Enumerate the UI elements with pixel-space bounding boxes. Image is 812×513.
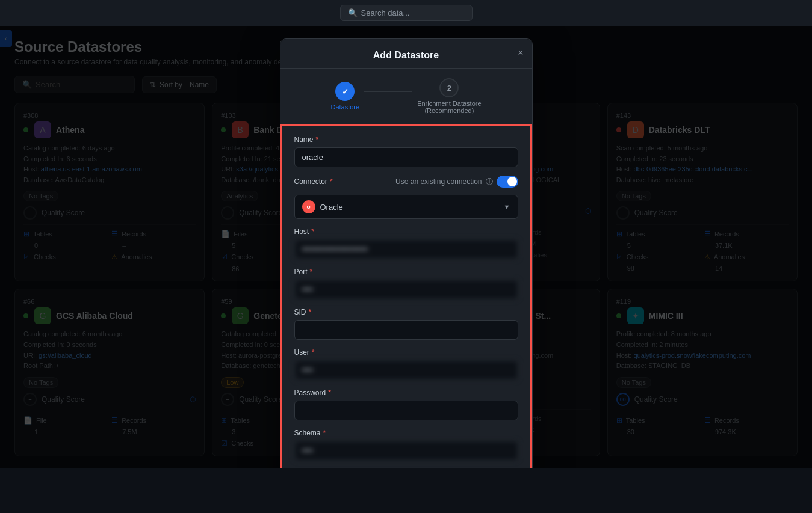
schema-input[interactable] bbox=[294, 441, 518, 461]
use-existing-label: Use an existing connection bbox=[395, 177, 482, 186]
oracle-icon: O bbox=[302, 200, 315, 213]
name-field-row: Name * bbox=[294, 135, 518, 167]
connector-row: Connector * Use an existing connection ⓘ bbox=[294, 176, 518, 188]
required-star: * bbox=[328, 389, 331, 397]
step-line bbox=[364, 91, 412, 92]
stepper: ✓ Datastore 2 Enrichment Datastore(Recom… bbox=[280, 69, 532, 124]
sid-label: SID * bbox=[294, 308, 518, 316]
name-label: Name * bbox=[294, 135, 518, 144]
required-star: * bbox=[309, 308, 312, 316]
required-star: * bbox=[312, 348, 315, 357]
required-star: * bbox=[316, 135, 319, 144]
password-input[interactable] bbox=[294, 401, 518, 420]
schema-field-row: Schema * bbox=[294, 429, 518, 461]
required-star: * bbox=[330, 177, 333, 186]
name-input[interactable] bbox=[294, 147, 518, 167]
host-field-row: Host * bbox=[294, 227, 518, 259]
port-label: Port * bbox=[294, 268, 518, 276]
password-label: Password * bbox=[294, 389, 518, 397]
port-field-row: Port * bbox=[294, 268, 518, 300]
top-search-bar[interactable]: 🔍 Search data... bbox=[340, 5, 473, 21]
sid-field-row: SID * bbox=[294, 308, 518, 340]
required-star: * bbox=[323, 429, 326, 437]
step-1-circle: ✓ bbox=[335, 82, 355, 101]
user-input[interactable] bbox=[294, 360, 518, 380]
modal-overlay: Add Datastore × ✓ Datastore 2 Enrichment… bbox=[0, 26, 812, 468]
top-search-placeholder: Search data... bbox=[361, 8, 410, 17]
step-2-label: Enrichment Datastore(Recommended) bbox=[417, 100, 481, 114]
selected-connector-label: Oracle bbox=[320, 203, 343, 212]
connector-select[interactable]: O Oracle ▼ bbox=[294, 195, 518, 219]
step-enrichment[interactable]: 2 Enrichment Datastore(Recommended) bbox=[417, 78, 481, 114]
modal-header: Add Datastore × bbox=[280, 39, 532, 69]
step-1-label: Datastore bbox=[330, 103, 359, 111]
sid-input[interactable] bbox=[294, 320, 518, 340]
user-field-row: User * bbox=[294, 348, 518, 380]
schema-label: Schema * bbox=[294, 429, 518, 437]
use-existing-toggle[interactable] bbox=[497, 176, 518, 188]
required-star: * bbox=[310, 268, 313, 276]
search-icon: 🔍 bbox=[348, 8, 358, 17]
modal-title: Add Datastore bbox=[373, 50, 439, 60]
content-area: Source Datastores Connect to a source da… bbox=[0, 26, 812, 468]
connector-label: Connector * bbox=[294, 177, 333, 186]
required-star: * bbox=[311, 227, 314, 236]
toggle-knob bbox=[507, 177, 517, 186]
host-label: Host * bbox=[294, 227, 518, 236]
password-field-row: Password * bbox=[294, 389, 518, 420]
info-icon: ⓘ bbox=[486, 177, 493, 187]
modal-form-body: Name * Connector * Use an existing conne… bbox=[280, 124, 532, 468]
use-existing-row: Use an existing connection ⓘ bbox=[395, 176, 518, 188]
step-datastore[interactable]: ✓ Datastore bbox=[330, 82, 359, 111]
close-button[interactable]: × bbox=[518, 48, 523, 58]
step-2-circle: 2 bbox=[439, 78, 459, 97]
user-label: User * bbox=[294, 348, 518, 357]
chevron-down-icon: ▼ bbox=[504, 203, 510, 210]
add-datastore-modal: Add Datastore × ✓ Datastore 2 Enrichment… bbox=[280, 38, 533, 468]
host-input[interactable] bbox=[294, 239, 518, 259]
port-input[interactable] bbox=[294, 280, 518, 300]
top-bar: 🔍 Search data... bbox=[0, 0, 812, 26]
